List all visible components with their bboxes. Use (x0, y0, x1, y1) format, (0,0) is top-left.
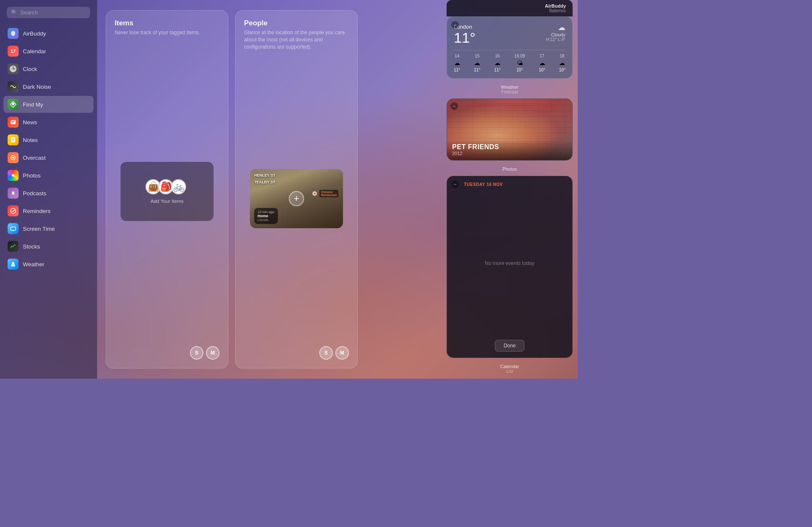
sidebar-item-notes[interactable]: Notes (3, 131, 93, 148)
forecast-temp: 11° (454, 68, 460, 72)
avatar-s[interactable]: S (190, 346, 203, 360)
item-icon-3: 🚲 (171, 179, 186, 194)
sidebar-item-screentime[interactable]: Screen Time (3, 220, 93, 237)
map-time-ago: 10 min ago (258, 210, 274, 214)
items-card-content: 👜 🎒 🚲 Add Your Items (115, 43, 219, 340)
map-plus-button[interactable]: + (289, 191, 304, 206)
svg-rect-6 (11, 121, 15, 122)
airbuddy-subtitle: Batteries (545, 8, 566, 13)
map-preview: HENLEY ST TEALBY ST + 10 min ago Home Li… (250, 169, 343, 228)
right-panel: AirBuddy Batteries − London 11° ☁ Cloudy… (447, 0, 578, 379)
notes-app-icon (8, 134, 19, 145)
items-card-subtitle: Never lose track of your tagged items. (115, 29, 219, 36)
forecast-hour: 16:09 (514, 54, 525, 58)
calendar-widget: − TUESDAY 16 NOV No more events today Do… (447, 176, 573, 358)
svg-rect-7 (11, 122, 14, 123)
news-app-icon (8, 117, 19, 128)
forecast-item: 18 ☁ 10° (559, 54, 565, 72)
forecast-hour: 17 (540, 54, 544, 58)
forecast-item: 16:09 🌤 10° (514, 54, 525, 72)
weather-cloud-icon: ☁ (546, 23, 565, 32)
people-card-subtitle: Glance at the location of the people you… (244, 29, 349, 50)
photos-app-icon (8, 170, 19, 181)
people-card-title: People (244, 19, 349, 27)
map-city: Lincoln (258, 218, 274, 222)
svg-point-0 (11, 31, 15, 36)
photos-memory-year: 2012 (452, 151, 567, 156)
people-avatar-m[interactable]: M (335, 346, 349, 360)
search-icon: 🔍 (11, 9, 18, 16)
map-street-2: TEALBY ST (254, 180, 339, 184)
airbuddy-text: AirBuddy Batteries (545, 3, 566, 13)
people-avatar-s[interactable]: S (319, 346, 333, 360)
map-restaurant-label: ChineseRestaurant (319, 190, 338, 197)
map-info-box: 10 min ago Home Lincoln (254, 208, 278, 224)
reminders-label: Reminders (23, 208, 50, 214)
map-home: Home (258, 214, 274, 218)
svg-rect-12 (12, 141, 14, 141)
calendar-widget-label: Calendar List (447, 364, 573, 374)
calendar-remove-button[interactable]: − (451, 180, 459, 188)
forecast-hour: 18 (560, 54, 565, 58)
svg-point-4 (12, 103, 14, 105)
findmy-app-icon (8, 99, 19, 110)
sidebar-item-photos[interactable]: Photos (3, 167, 93, 184)
map-street-1: HENLEY ST (254, 173, 339, 177)
findmy-label: Find My (23, 101, 43, 108)
airbuddy-app-icon (8, 28, 19, 39)
weather-top: London 11° ☁ Cloudy H:12° L:4° (454, 23, 565, 46)
reminders-app-icon (8, 205, 19, 216)
people-card-content: HENLEY ST TEALBY ST + 10 min ago Home Li… (244, 57, 349, 340)
stocks-label: Stocks (23, 243, 40, 250)
main-spacer (365, 10, 438, 369)
weather-hl: H:12° L:4° (546, 37, 565, 42)
screentime-label: Screen Time (23, 226, 55, 232)
done-button[interactable]: Done (495, 340, 525, 352)
forecast-temp: 11° (474, 68, 480, 72)
forecast-item: 16 ☁ 11° (494, 54, 501, 72)
sidebar: 🔍 AirBuddy17CalendarClockDark NoiseFind … (0, 0, 97, 379)
items-card: Items Never lose track of your tagged it… (106, 10, 228, 369)
airbuddy-label: AirBuddy (23, 30, 46, 37)
forecast-icon: 🌤 (517, 60, 523, 66)
weather-remove-button[interactable]: − (451, 21, 459, 29)
sidebar-item-weather[interactable]: Weather (3, 256, 93, 273)
photos-widget-label: Photos (447, 167, 573, 172)
sidebar-item-clock[interactable]: Clock (3, 60, 93, 77)
sidebar-item-stocks[interactable]: Stocks (3, 238, 93, 255)
search-container: 🔍 (0, 7, 97, 25)
add-items-box[interactable]: 👜 🎒 🚲 Add Your Items (121, 162, 214, 221)
sidebar-item-findmy[interactable]: Find My (3, 96, 93, 113)
search-box[interactable]: 🔍 (7, 7, 90, 18)
calendar-date-header: TUESDAY 16 NOV (464, 182, 565, 187)
weather-temp: 11° (454, 30, 475, 46)
search-input[interactable] (20, 9, 86, 16)
svg-rect-19 (12, 230, 14, 231)
svg-point-15 (12, 174, 14, 177)
calendar-app-icon: 17 (8, 46, 19, 57)
forecast-icon: ☁ (494, 60, 500, 66)
svg-point-16 (12, 191, 14, 194)
screentime-app-icon (8, 223, 19, 234)
svg-rect-18 (11, 227, 16, 230)
sidebar-item-calendar[interactable]: 17Calendar (3, 43, 93, 60)
sidebar-item-airbuddy[interactable]: AirBuddy (3, 25, 93, 42)
sidebar-item-reminders[interactable]: Reminders (3, 202, 93, 219)
weather-label: Weather (23, 261, 44, 268)
sidebar-item-news[interactable]: News (3, 114, 93, 131)
forecast-item: 15 ☁ 11° (474, 54, 480, 72)
add-items-label: Add Your Items (151, 199, 184, 204)
people-card-footer: S M (244, 346, 349, 360)
sidebar-item-overcast[interactable]: Overcast (3, 149, 93, 166)
svg-rect-11 (12, 140, 14, 140)
forecast-item: 17 ☁ 10° (539, 54, 545, 72)
svg-rect-10 (12, 139, 14, 139)
sidebar-item-podcasts[interactable]: Podcasts (3, 185, 93, 202)
forecast-icon: ☁ (539, 60, 545, 66)
sidebar-item-darknoise[interactable]: Dark Noise (3, 78, 93, 95)
avatar-m[interactable]: M (206, 346, 219, 360)
forecast-hour: 16 (495, 54, 500, 58)
forecast-hour: 15 (475, 54, 480, 58)
photos-widget: − PET FRIENDS 2012 (447, 98, 573, 161)
overcast-app-icon (8, 152, 19, 163)
